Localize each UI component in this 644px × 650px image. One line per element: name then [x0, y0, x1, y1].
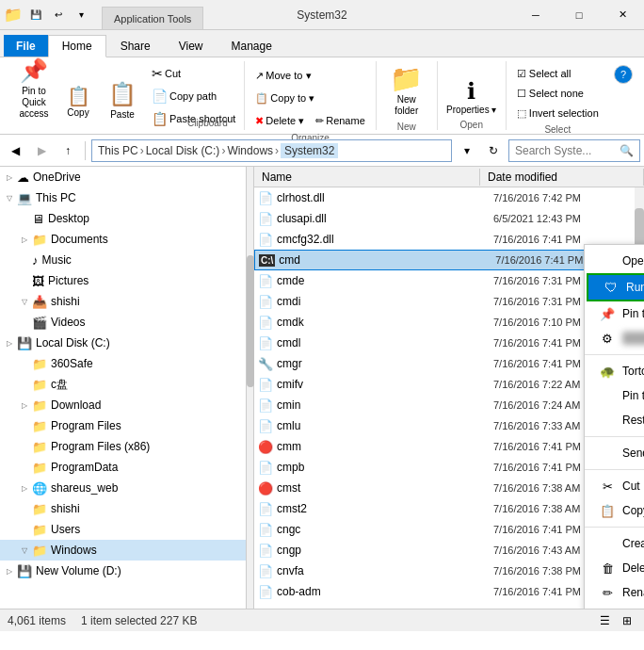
file-name: clrhost.dll	[277, 191, 493, 204]
ctx-item-run-as-administrator[interactable]: 🛡Run as administrator	[587, 273, 644, 301]
expand-icon[interactable]: ▷	[19, 484, 30, 493]
expand-icon[interactable]: ▷	[4, 173, 15, 182]
path-dropdown-btn[interactable]: ▾	[456, 139, 478, 162]
tree-item[interactable]: 📁 ProgramData	[0, 457, 246, 478]
tree-item[interactable]: 📁 360Safe	[0, 353, 246, 374]
file-name: cmlu	[277, 419, 493, 432]
address-path[interactable]: This PC › Local Disk (C:) › Windows › Sy…	[91, 139, 452, 162]
rename-btn[interactable]: ✏ Rename	[311, 110, 370, 131]
tree-item-label: Desktop	[48, 212, 89, 225]
minimize-btn[interactable]: ─	[514, 0, 557, 30]
select-none-btn[interactable]: ☐ Select none	[512, 85, 588, 103]
tree-item[interactable]: ▷ 💾 New Volume (D:)	[0, 561, 246, 581]
forward-btn[interactable]: ▶	[30, 139, 53, 162]
invert-selection-btn[interactable]: ⬚ Invert selection	[512, 105, 604, 122]
maximize-btn[interactable]: □	[557, 0, 601, 30]
expand-icon[interactable]: ▽	[19, 298, 30, 306]
file-row[interactable]: 📄 clrhost.dll 7/16/2016 7:42 PM	[254, 187, 644, 208]
undo-btn[interactable]: ↩	[49, 7, 68, 24]
col-name-header[interactable]: Name	[254, 169, 480, 186]
ctx-item-tortoisesvn[interactable]: 🐢TortoiseSVN▶	[585, 359, 644, 383]
tab-manage[interactable]: Manage	[217, 35, 286, 57]
app-tools-tab[interactable]: Application Tools	[102, 7, 203, 29]
tree-item[interactable]: ♪ Music	[0, 250, 246, 270]
ribbon: File Home Share View Manage 📌 Pin to Qui…	[0, 30, 644, 135]
ctx-item-send-to[interactable]: Send to▶	[585, 441, 644, 465]
paste-btn[interactable]: 📋 Paste	[100, 68, 145, 124]
tree-item[interactable]: ▷ 📁 Download	[0, 395, 246, 415]
search-input[interactable]	[515, 144, 620, 157]
ctx-label: Run as administrator	[626, 281, 644, 294]
ctx-item-delete[interactable]: 🗑Delete	[585, 556, 644, 580]
ctx-icon-empty	[600, 536, 615, 551]
tree-item[interactable]: 📁 Users	[0, 519, 246, 540]
tree-item[interactable]: 📁 Program Files	[0, 415, 246, 436]
tree-item[interactable]: ▷ 🌐 shareus_web	[0, 478, 246, 498]
pin-quick-access-btn[interactable]: 📌 Pin to Quickaccess	[11, 68, 56, 124]
path-this-pc[interactable]: This PC	[98, 144, 138, 157]
copy-btn[interactable]: 📋 Copy	[58, 70, 98, 122]
file-name: cmde	[277, 274, 493, 287]
ctx-item-restore-previous-versions[interactable]: Restore previous versions	[585, 408, 644, 432]
details-view-btn[interactable]: ☰	[595, 611, 614, 630]
qa-dropdown-btn[interactable]: ▾	[72, 7, 90, 24]
cut-btn[interactable]: ✂ Cut	[147, 63, 240, 84]
expand-icon[interactable]: ▽	[4, 194, 15, 203]
ctx-item-rename[interactable]: ✏Rename	[585, 580, 644, 605]
expand-icon[interactable]: ▽	[19, 546, 30, 555]
copy-path-btn[interactable]: 📄 Copy path	[147, 86, 240, 106]
ctx-item-████████████████████[interactable]: ⚙████████████████████	[585, 326, 644, 350]
copy-to-btn[interactable]: 📋 Copy to ▾	[250, 88, 319, 108]
large-icons-btn[interactable]: ⊞	[618, 611, 636, 630]
properties-btn[interactable]: ℹ Properties ▾	[443, 65, 500, 120]
back-btn[interactable]: ◀	[4, 139, 26, 162]
folder-icon: 📁	[32, 378, 47, 392]
quick-save-btn[interactable]: 💾	[26, 7, 45, 24]
path-system32[interactable]: System32	[281, 143, 338, 158]
file-icon: 📄	[258, 295, 273, 309]
refresh-btn[interactable]: ↻	[482, 139, 505, 162]
search-box[interactable]: 🔍	[508, 139, 640, 162]
expand-icon[interactable]: ▷	[19, 236, 30, 244]
file-row[interactable]: 📄 clusapi.dll 6/5/2021 12:43 PM	[254, 208, 644, 229]
move-to-btn[interactable]: ↗ Move to ▾	[250, 65, 315, 86]
close-btn[interactable]: ✕	[601, 0, 644, 30]
tab-file[interactable]: File	[4, 35, 48, 57]
tree-item[interactable]: 📁 shishi	[0, 498, 246, 519]
tree-item[interactable]: ▷ 💾 Local Disk (C:)	[0, 333, 246, 353]
tree-item[interactable]: ▷ ☁ OneDrive	[0, 167, 246, 187]
ctx-item-cut[interactable]: ✂Cut	[585, 474, 644, 498]
ctx-item-pin-to-start[interactable]: 📌Pin to Start	[585, 301, 644, 326]
tree-item[interactable]: 📁 Program Files (x86)	[0, 436, 246, 457]
path-windows[interactable]: Windows	[227, 144, 273, 157]
new-folder-btn[interactable]: 📁 Newfolder	[382, 65, 431, 122]
tree-item-label: Pictures	[48, 274, 89, 287]
ctx-label: TortoiseSVN	[622, 365, 644, 378]
tree-item[interactable]: 🎬 Videos	[0, 312, 246, 333]
file-name: cmdi	[277, 295, 493, 308]
tab-view[interactable]: View	[165, 35, 217, 57]
path-local-disk[interactable]: Local Disk (C:)	[146, 144, 220, 157]
tree-item[interactable]: ▽ 📥 shishi	[0, 291, 246, 312]
tree-item[interactable]: ▽ 💻 This PC	[0, 187, 246, 208]
tree-item[interactable]: 📁 c盘	[0, 374, 246, 395]
tree-item[interactable]: ▽ 📁 Windows	[0, 540, 246, 561]
tree-item[interactable]: 🖼 Pictures	[0, 270, 246, 291]
expand-icon[interactable]: ▷	[4, 339, 15, 348]
delete-btn[interactable]: ✖ Delete ▾	[250, 110, 309, 131]
expand-icon[interactable]: ▷	[19, 401, 30, 410]
expand-icon[interactable]: ▷	[4, 567, 15, 576]
ctx-item-open[interactable]: Open	[585, 249, 644, 273]
tree-item[interactable]: ▷ 📁 Documents	[0, 229, 246, 250]
help-btn[interactable]: ?	[614, 65, 633, 84]
tab-home[interactable]: Home	[48, 35, 106, 57]
file-name: cngp	[277, 544, 493, 557]
tree-item[interactable]: 🖥 Desktop	[0, 208, 246, 229]
col-date-header[interactable]: Date modified	[480, 169, 644, 186]
select-all-btn[interactable]: ☑ Select all	[512, 65, 576, 83]
up-btn[interactable]: ↑	[56, 139, 79, 162]
tab-share[interactable]: Share	[106, 35, 165, 57]
ctx-item-pin-to-taskbar[interactable]: Pin to taskbar	[585, 383, 644, 408]
ctx-item-create-shortcut[interactable]: Create shortcut	[585, 531, 644, 556]
ctx-item-copy[interactable]: 📋Copy	[585, 498, 644, 523]
